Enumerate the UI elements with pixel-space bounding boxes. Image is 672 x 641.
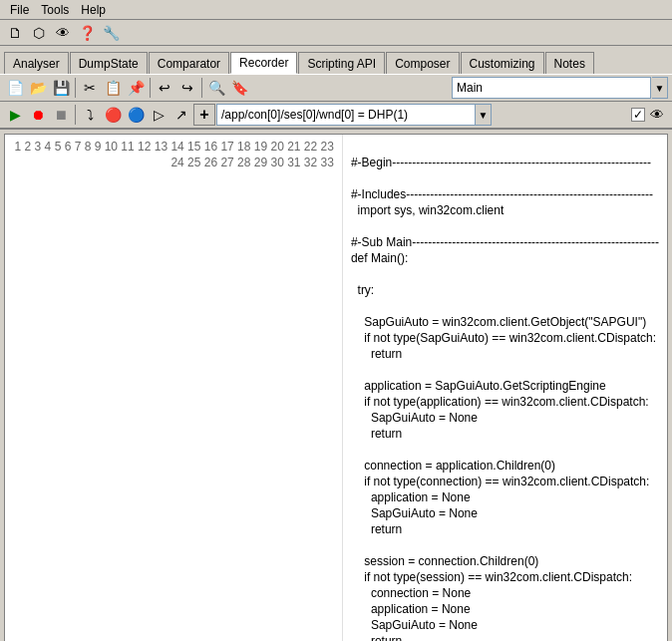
tb-record[interactable]: ⏺ (27, 104, 49, 126)
tab-customizing[interactable]: Customizing (461, 52, 544, 74)
tb-copy[interactable]: 📋 (102, 77, 124, 99)
tb-step-out[interactable]: ↗ (170, 104, 192, 126)
tb-plus[interactable]: + (193, 104, 215, 126)
tb-new-doc[interactable]: 📄 (4, 77, 26, 99)
tb-icon3[interactable]: 👁 (52, 22, 74, 44)
tb-stop[interactable]: ⏹ (50, 104, 72, 126)
menu-help[interactable]: Help (75, 2, 112, 18)
code-editor: 1 2 3 4 5 6 7 8 9 10 11 12 13 14 15 16 1… (4, 134, 668, 641)
tabs-row: Analyser DumpState Comparator Recorder S… (0, 46, 672, 74)
tb-paste[interactable]: 📌 (125, 77, 147, 99)
tab-composer[interactable]: Composer (386, 52, 459, 74)
module-dropdown[interactable]: Main (452, 77, 651, 99)
checkbox1[interactable]: ✓ (631, 108, 645, 122)
tb-bookmark[interactable]: 🔖 (228, 77, 250, 99)
tb-step-over[interactable]: ⤵ (79, 104, 101, 126)
sep4 (75, 105, 76, 125)
tb-open[interactable]: 📂 (27, 77, 49, 99)
tb-step-stop[interactable]: 🔴 (102, 104, 124, 126)
tb-save[interactable]: 💾 (50, 77, 72, 99)
path-dropdown-arrow[interactable]: ▼ (476, 104, 492, 126)
tb-search[interactable]: 🔍 (205, 77, 227, 99)
tab-comparator[interactable]: Comparator (149, 52, 229, 74)
toolbar-row1: 🗋 ⬡ 👁 ❓ 🔧 (0, 20, 672, 46)
tab-recorder[interactable]: Recorder (230, 52, 297, 74)
tb-icon2[interactable]: ⬡ (28, 22, 50, 44)
tab-dumpstate[interactable]: DumpState (70, 52, 148, 74)
line-numbers: 1 2 3 4 5 6 7 8 9 10 11 12 13 14 15 16 1… (5, 135, 343, 641)
sep2 (150, 78, 151, 98)
tb-undo[interactable]: ↩ (154, 77, 175, 99)
tb-icon4[interactable]: ❓ (76, 22, 98, 44)
tb-step-rec[interactable]: 🔵 (125, 104, 147, 126)
menu-file[interactable]: File (4, 2, 35, 18)
tab-analyser[interactable]: Analyser (4, 52, 69, 74)
toolbar-row2: 📄 📂 💾 ✂ 📋 📌 ↩ ↪ 🔍 🔖 Main ▼ (0, 74, 672, 102)
tb-cut[interactable]: ✂ (79, 77, 101, 99)
tab-scripting-api[interactable]: Scripting API (298, 52, 385, 74)
tb-eye[interactable]: 👁 (646, 104, 668, 126)
tb-icon1[interactable]: 🗋 (4, 22, 26, 44)
tb-redo[interactable]: ↪ (176, 77, 198, 99)
tab-notes[interactable]: Notes (545, 52, 594, 74)
menu-tools[interactable]: Tools (35, 2, 75, 18)
tb-play[interactable]: ▶ (4, 104, 26, 126)
module-dropdown-arrow[interactable]: ▼ (652, 77, 668, 99)
sep3 (201, 78, 202, 98)
path-dropdown[interactable]: /app/con[0]/ses[0]/wnd[0] = DHP(1) (216, 104, 476, 126)
tb-icon5[interactable]: 🔧 (100, 22, 122, 44)
code-content[interactable]: #-Begin---------------------------------… (343, 135, 667, 641)
menu-bar: File Tools Help (0, 0, 672, 20)
sep1 (75, 78, 76, 98)
tb-step-fwd[interactable]: ▷ (148, 104, 169, 126)
toolbar-row3: ▶ ⏺ ⏹ ⤵ 🔴 🔵 ▷ ↗ + /app/con[0]/ses[0]/wnd… (0, 102, 672, 130)
